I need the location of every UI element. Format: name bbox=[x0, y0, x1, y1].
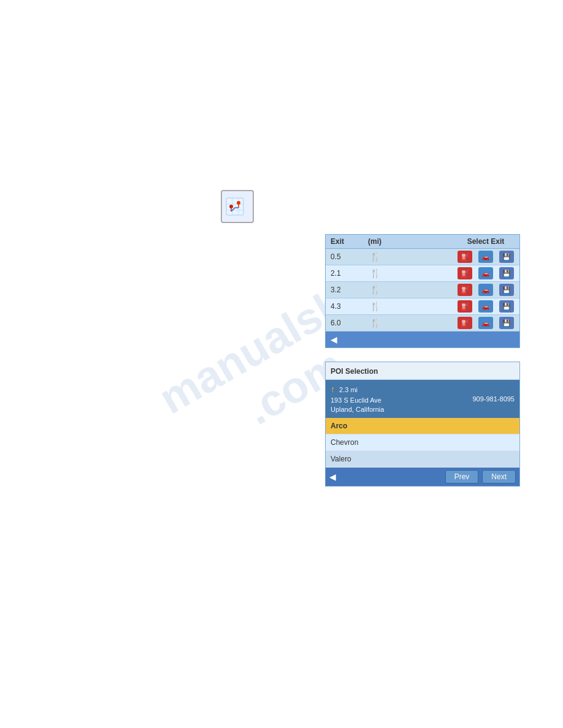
poi-address: 193 S Euclid Ave bbox=[331, 396, 381, 404]
exit-distance-value: 4.3 bbox=[326, 302, 362, 311]
mi-col-header: (mi) bbox=[362, 237, 387, 246]
exit-distance-value: 6.0 bbox=[326, 319, 362, 327]
list-item[interactable]: Chevron bbox=[326, 434, 519, 451]
save-icon[interactable]: 💾 bbox=[499, 300, 514, 313]
exit-poi-icons: ⛽ 🚗 💾 bbox=[452, 300, 519, 313]
exit-back-button[interactable]: ◀ bbox=[331, 335, 337, 344]
select-exit-col-header: Select Exit bbox=[452, 237, 519, 246]
save-icon[interactable]: 💾 bbox=[499, 267, 514, 279]
car-icon[interactable]: 🚗 bbox=[478, 267, 493, 279]
exit-row: 2.1 🍴 ⛽ 🚗 💾 bbox=[326, 265, 519, 282]
list-item[interactable]: Arco bbox=[326, 418, 519, 434]
car-icon[interactable]: 🚗 bbox=[478, 300, 493, 313]
car-icon[interactable]: 🚗 bbox=[478, 284, 493, 296]
poi-distance: 2.3 mi bbox=[339, 386, 358, 393]
food-indicator-icon: 🍴 bbox=[362, 301, 387, 311]
food-indicator-icon: 🍴 bbox=[362, 318, 387, 328]
list-item[interactable]: Valero bbox=[326, 451, 519, 468]
poi-back-button[interactable]: ◀ bbox=[329, 472, 336, 482]
exit-distance-value: 0.5 bbox=[326, 252, 362, 261]
save-icon[interactable]: 💾 bbox=[499, 284, 514, 296]
poi-panel-header: POI Selection bbox=[326, 362, 519, 380]
svg-point-5 bbox=[229, 205, 233, 208]
save-icon[interactable]: 💾 bbox=[499, 251, 514, 263]
poi-info-left: ↑ 2.3 mi 193 S Euclid Ave Upland, Califo… bbox=[331, 384, 384, 414]
gas-icon[interactable]: ⛽ bbox=[458, 251, 472, 263]
next-button[interactable]: Next bbox=[482, 470, 516, 483]
exit-poi-icons: ⛽ 🚗 💾 bbox=[452, 284, 519, 296]
exit-row: 0.5 🍴 ⛽ 🚗 💾 bbox=[326, 249, 519, 265]
exit-col-header: Exit bbox=[326, 237, 362, 246]
svg-rect-0 bbox=[226, 198, 243, 215]
exit-poi-icons: ⛽ 🚗 💾 bbox=[452, 251, 519, 263]
food-indicator-icon: 🍴 bbox=[362, 252, 387, 262]
svg-point-7 bbox=[237, 201, 240, 205]
gas-icon[interactable]: ⛽ bbox=[458, 300, 472, 313]
exit-table-header: Exit (mi) Select Exit bbox=[326, 235, 519, 249]
prev-button[interactable]: Prev bbox=[445, 470, 479, 483]
exit-row: 3.2 🍴 ⛽ 🚗 💾 bbox=[326, 282, 519, 298]
save-icon[interactable]: 💾 bbox=[499, 317, 514, 329]
exit-poi-icons: ⛽ 🚗 💾 bbox=[452, 317, 519, 329]
poi-panel-footer: ◀ Prev Next bbox=[326, 468, 519, 486]
map-icon bbox=[225, 194, 250, 219]
map-app-icon[interactable] bbox=[221, 190, 254, 223]
exit-footer: ◀ bbox=[326, 332, 519, 347]
food-indicator-icon: 🍴 bbox=[362, 268, 387, 278]
car-icon[interactable]: 🚗 bbox=[478, 251, 493, 263]
poi-phone: 909-981-8095 bbox=[472, 395, 515, 403]
exit-panel: Exit (mi) Select Exit 0.5 🍴 ⛽ 🚗 💾 2.1 🍴 … bbox=[325, 234, 520, 348]
exit-distance-value: 3.2 bbox=[326, 286, 362, 294]
exit-poi-icons: ⛽ 🚗 💾 bbox=[452, 267, 519, 279]
food-indicator-icon: 🍴 bbox=[362, 285, 387, 295]
poi-info-row: ↑ 2.3 mi 193 S Euclid Ave Upland, Califo… bbox=[326, 380, 519, 418]
gas-icon[interactable]: ⛽ bbox=[458, 317, 472, 329]
exit-row: 6.0 🍴 ⛽ 🚗 💾 bbox=[326, 315, 519, 332]
poi-city: Upland, California bbox=[331, 406, 384, 413]
poi-panel: POI Selection ↑ 2.3 mi 193 S Euclid Ave … bbox=[325, 362, 520, 487]
direction-arrow-icon: ↑ bbox=[331, 384, 335, 394]
gas-icon[interactable]: ⛽ bbox=[458, 284, 472, 296]
poi-panel-title: POI Selection bbox=[331, 367, 378, 376]
car-icon[interactable]: 🚗 bbox=[478, 317, 493, 329]
exit-distance-value: 2.1 bbox=[326, 269, 362, 278]
gas-icon[interactable]: ⛽ bbox=[458, 267, 472, 279]
exit-row: 4.3 🍴 ⛽ 🚗 💾 bbox=[326, 298, 519, 315]
